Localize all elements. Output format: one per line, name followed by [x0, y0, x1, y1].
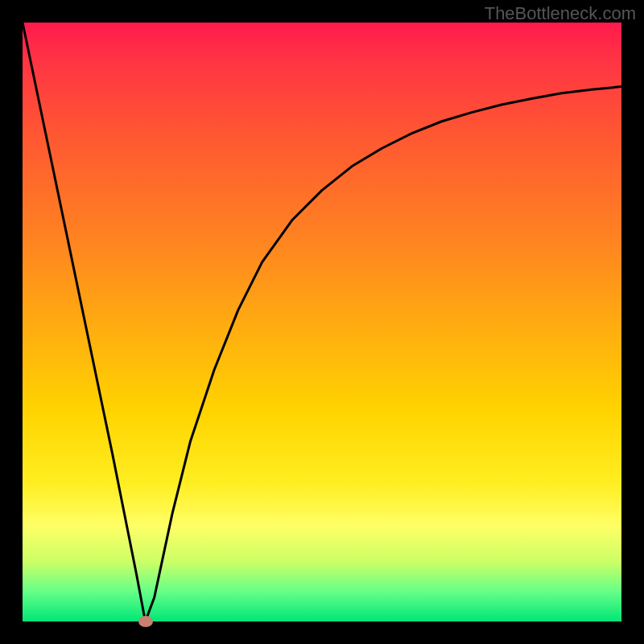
- minimum-point-marker: [138, 616, 153, 627]
- watermark-text: TheBottleneck.com: [485, 3, 636, 24]
- bottleneck-curve: [23, 23, 621, 621]
- plot-area: [23, 23, 621, 621]
- chart-container: TheBottleneck.com: [0, 0, 644, 644]
